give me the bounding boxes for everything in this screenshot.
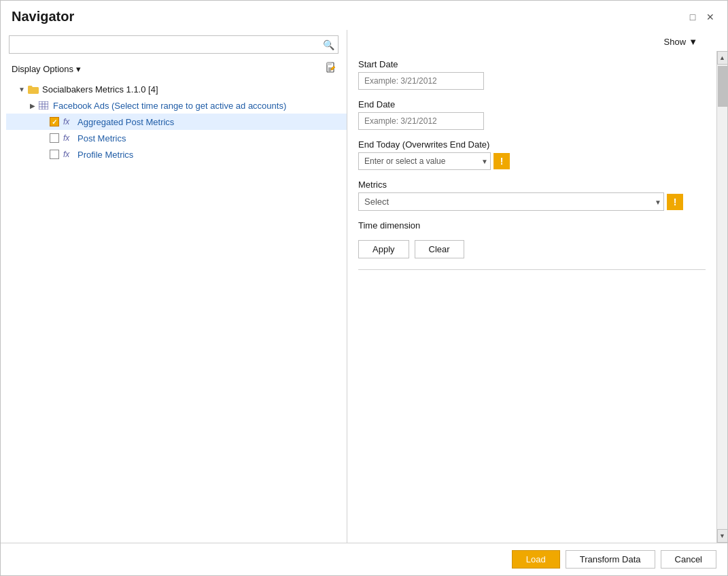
cancel-button[interactable]: Cancel xyxy=(661,550,716,569)
show-button[interactable]: Show ▼ xyxy=(661,35,700,48)
metrics-select-wrapper: Select ▼ xyxy=(358,192,664,211)
metrics-label: Metrics xyxy=(358,180,706,190)
right-top-bar: Show ▼ xyxy=(347,30,727,51)
left-panel: 🔍 Display Options ▾ xyxy=(1,30,347,543)
tree-item-profile[interactable]: fx Profile Metrics xyxy=(6,146,347,163)
clear-button[interactable]: Clear xyxy=(415,240,464,258)
window-controls: □ ✕ xyxy=(687,11,716,23)
checkbox-profile[interactable] xyxy=(50,150,59,159)
tree-item-post[interactable]: fx Post Metrics xyxy=(6,130,347,146)
end-today-label: End Today (Overwrites End Date) xyxy=(358,139,706,150)
fx-icon-post: fx xyxy=(63,133,74,143)
form-area: Start Date End Date End Today (Overwrite… xyxy=(347,51,716,543)
expand-arrow-profile xyxy=(39,150,48,159)
expand-arrow-post xyxy=(39,133,48,143)
time-dimension-label: Time dimension xyxy=(358,220,706,231)
start-date-input[interactable] xyxy=(358,72,484,90)
end-date-label: End Date xyxy=(358,99,706,109)
fx-icon-aggregated: fx xyxy=(63,116,74,127)
end-today-warning-icon[interactable]: ! xyxy=(493,153,510,169)
tree: ▼ Socialbakers Metrics 1.1.0 [4] ▶ xyxy=(1,81,347,537)
svg-rect-1 xyxy=(327,63,332,65)
end-today-row: Enter or select a value ▼ ! xyxy=(358,152,706,170)
display-options-button[interactable]: Display Options ▾ xyxy=(9,63,84,75)
action-buttons: Apply Clear xyxy=(358,240,706,258)
transform-data-button[interactable]: Transform Data xyxy=(566,550,655,569)
show-label: Show xyxy=(664,37,687,47)
navigator-window: Navigator □ ✕ 🔍 Display Options ▾ xyxy=(0,0,728,576)
metrics-warning-text: ! xyxy=(674,197,677,207)
window-title: Navigator xyxy=(12,9,74,24)
metrics-warning-icon[interactable]: ! xyxy=(667,194,683,210)
scrollbar-track: ▲ ▼ xyxy=(716,51,727,543)
profile-label: Profile Metrics xyxy=(77,150,133,160)
expand-arrow-root: ▼ xyxy=(17,84,27,94)
facebook-label: Facebook Ads (Select time range to get a… xyxy=(53,101,286,111)
end-today-group: End Today (Overwrites End Date) Enter or… xyxy=(358,139,706,170)
metrics-select[interactable]: Select xyxy=(358,192,664,211)
right-scroll-area: Start Date End Date End Today (Overwrite… xyxy=(347,51,727,543)
metrics-row: Select ▼ ! xyxy=(358,192,706,211)
display-options-arrow: ▾ xyxy=(76,64,81,74)
tree-item-aggregated[interactable]: fx Aggregated Post Metrics xyxy=(6,114,347,130)
svg-rect-5 xyxy=(39,101,48,109)
scroll-down-arrow[interactable]: ▼ xyxy=(717,529,728,543)
show-arrow: ▼ xyxy=(689,37,697,47)
end-today-warning-text: ! xyxy=(500,156,504,167)
checkbox-post[interactable] xyxy=(50,133,59,143)
folder-icon xyxy=(28,84,39,95)
scroll-thumb[interactable] xyxy=(718,66,727,107)
tree-item-facebook[interactable]: ▶ Facebook Ads (Select time range to get… xyxy=(6,97,347,114)
main-content: 🔍 Display Options ▾ xyxy=(1,30,727,543)
bottom-bar: Load Transform Data Cancel xyxy=(1,543,727,575)
form-divider xyxy=(358,269,706,270)
start-date-group: Start Date xyxy=(358,59,706,90)
table-icon xyxy=(39,100,50,111)
title-bar: Navigator □ ✕ xyxy=(1,1,727,30)
end-date-input[interactable] xyxy=(358,112,484,130)
search-bar: 🔍 xyxy=(9,35,339,54)
metrics-group: Metrics Select ▼ ! xyxy=(358,180,706,211)
display-options-label: Display Options xyxy=(12,64,73,74)
fx-icon-profile: fx xyxy=(63,149,74,160)
search-input[interactable] xyxy=(9,35,339,54)
close-button[interactable]: ✕ xyxy=(704,11,716,23)
end-today-select[interactable]: Enter or select a value xyxy=(358,152,491,170)
load-button[interactable]: Load xyxy=(512,550,560,569)
end-date-group: End Date xyxy=(358,99,706,130)
post-label: Post Metrics xyxy=(77,133,126,143)
scroll-up-arrow[interactable]: ▲ xyxy=(717,51,728,65)
checkbox-aggregated[interactable] xyxy=(50,117,59,126)
tree-item-root[interactable]: ▼ Socialbakers Metrics 1.1.0 [4] xyxy=(6,81,347,97)
right-panel: Show ▼ Start Date End Date xyxy=(347,30,727,543)
time-dimension-group: Time dimension xyxy=(358,220,706,231)
document-icon[interactable] xyxy=(325,62,339,75)
expand-arrow-aggregated xyxy=(39,117,48,126)
start-date-label: Start Date xyxy=(358,59,706,69)
root-label: Socialbakers Metrics 1.1.0 [4] xyxy=(42,84,158,95)
aggregated-label: Aggregated Post Metrics xyxy=(77,117,174,127)
display-options-row: Display Options ▾ xyxy=(1,59,347,81)
search-icon: 🔍 xyxy=(323,39,334,50)
apply-button[interactable]: Apply xyxy=(358,240,409,258)
minimize-button[interactable]: □ xyxy=(687,11,699,23)
end-today-select-wrapper: Enter or select a value ▼ xyxy=(358,152,491,170)
expand-arrow-facebook: ▶ xyxy=(28,101,37,110)
